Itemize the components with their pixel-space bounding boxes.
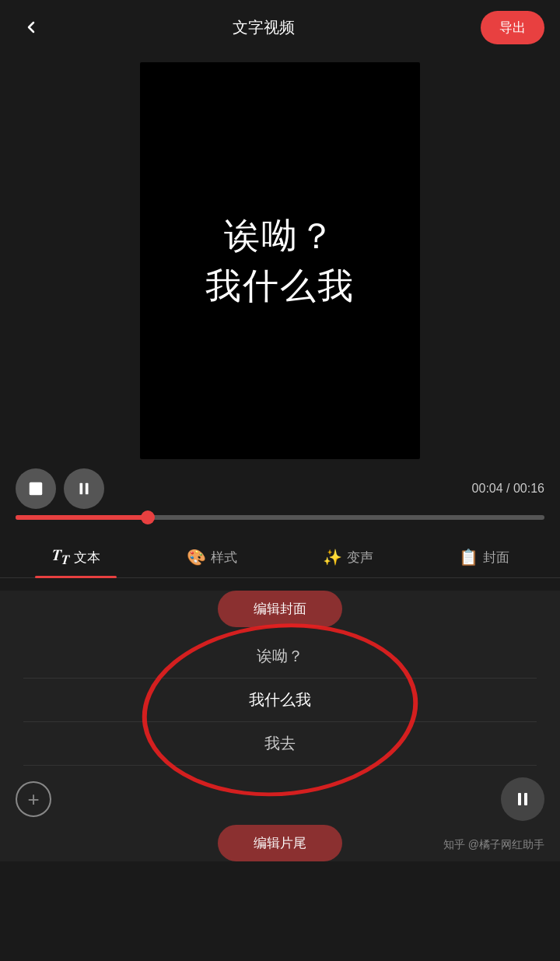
progress-thumb[interactable] [141,510,155,524]
play-bottom-button[interactable] [501,777,544,821]
pause-button[interactable] [64,468,104,509]
edit-footer-button[interactable]: 编辑片尾 [218,825,342,861]
text-icon: 𝑻𝑻 [52,546,69,568]
svg-rect-1 [80,483,83,495]
export-button[interactable]: 导出 [481,11,544,44]
script-lines: 诶呦？ 我什么我 我去 [0,627,560,773]
script-line-3[interactable]: 我去 [23,722,537,766]
stop-button[interactable] [16,468,56,509]
tab-cover[interactable]: 📋 封面 [416,537,552,576]
add-button[interactable]: + [16,781,51,817]
video-text: 诶呦？ 我什么我 [205,211,355,311]
page-title: 文字视频 [233,17,295,38]
script-line-2[interactable]: 我什么我 [23,679,537,722]
watermark: 知乎 @橘子网红助手 [443,838,544,852]
tab-style-label: 样式 [211,549,237,566]
playback-top: 00:04 / 00:16 [16,468,544,509]
svg-rect-2 [86,483,89,495]
script-line-1[interactable]: 诶呦？ [23,635,537,679]
tab-text[interactable]: 𝑻𝑻 文本 [8,535,144,577]
tab-voice-label: 变声 [347,549,373,566]
progress-fill [16,515,148,520]
tab-style[interactable]: 🎨 样式 [144,537,280,576]
playback-area: 00:04 / 00:16 [0,459,560,524]
video-line1: 诶呦？ [205,211,355,261]
progress-bar[interactable] [16,515,544,520]
time-display: 00:04 / 00:16 [472,482,544,496]
svg-rect-3 [518,793,521,805]
svg-rect-0 [30,482,43,496]
tab-bar: 𝑻𝑻 文本 🎨 样式 ✨ 变声 📋 封面 [0,535,560,578]
tab-cover-label: 封面 [483,549,509,566]
magic-icon: ✨ [323,548,342,566]
header: 文字视频 导出 [0,0,560,54]
bottom-row: + [0,773,560,825]
bookmark-icon: 📋 [459,548,478,566]
tab-voice[interactable]: ✨ 变声 [280,537,416,576]
edit-cover-button[interactable]: 编辑封面 [218,591,342,627]
video-preview: 诶呦？ 我什么我 [140,62,420,459]
tab-text-label: 文本 [74,549,100,566]
back-button[interactable] [16,12,47,43]
video-container: 诶呦？ 我什么我 [0,54,560,459]
palette-icon: 🎨 [187,548,206,566]
svg-rect-4 [524,793,527,805]
bottom-content: 编辑封面 诶呦？ 我什么我 我去 + 编辑片尾 知乎 @橘子网红助手 [0,591,560,861]
video-line2: 我什么我 [205,261,355,310]
